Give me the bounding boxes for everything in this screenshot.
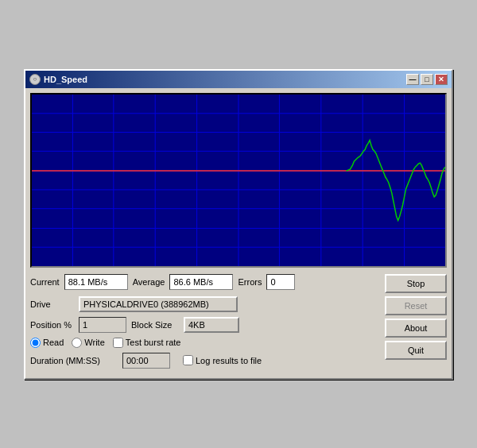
position-blocksize-row: Position % Block Size 4KB	[30, 317, 379, 333]
write-label: Write	[84, 338, 104, 347]
average-label: Average	[133, 277, 165, 287]
blocksize-label: Block Size	[131, 320, 179, 330]
drive-dropdown[interactable]: PHYSICALDRIVE0 (388962MB)	[79, 296, 238, 312]
read-radio-item: Read	[30, 338, 64, 348]
title-buttons: — □ ✕	[406, 74, 448, 85]
average-value	[169, 274, 233, 290]
quit-button[interactable]: Quit	[385, 341, 447, 360]
stats-row: Current Average Errors	[30, 274, 379, 290]
main-layout: Current Average Errors Drive PHYSICALDRI…	[30, 274, 447, 369]
maximize-button[interactable]: □	[421, 74, 433, 85]
errors-value	[266, 274, 295, 290]
stop-button[interactable]: Stop	[385, 274, 447, 293]
burst-checkbox[interactable]	[113, 338, 123, 348]
speed-graph	[32, 95, 445, 266]
right-buttons: Stop Reset About Quit	[385, 274, 447, 360]
drive-row: Drive PHYSICALDRIVE0 (388962MB)	[30, 296, 379, 312]
current-value	[64, 274, 128, 290]
write-radio[interactable]	[72, 338, 82, 348]
graph-container	[30, 93, 447, 268]
read-label: Read	[43, 338, 64, 347]
blocksize-dropdown[interactable]: 4KB	[184, 317, 239, 333]
duration-label: Duration (MM:SS)	[30, 356, 118, 365]
title-bar: ○ HD_Speed — □ ✕	[25, 71, 452, 88]
left-controls: Current Average Errors Drive PHYSICALDRI…	[30, 274, 379, 369]
duration-row: Duration (MM:SS) Log results to file	[30, 353, 379, 369]
log-label: Log results to file	[196, 356, 262, 365]
app-icon: ○	[29, 74, 41, 85]
window-title: HD_Speed	[44, 75, 87, 84]
burst-label: Test burst rate	[126, 338, 181, 347]
main-window: ○ HD_Speed — □ ✕	[24, 69, 453, 380]
readwrite-row: Read Write Test burst rate	[30, 338, 379, 348]
log-checkbox-item: Log results to file	[183, 355, 262, 365]
current-label: Current	[30, 277, 60, 287]
read-radio[interactable]	[30, 338, 41, 348]
blocksize-dropdown-wrapper: 4KB	[184, 317, 239, 333]
drive-label: Drive	[30, 299, 74, 309]
position-label: Position %	[30, 320, 74, 330]
write-radio-item: Write	[72, 338, 104, 348]
title-bar-left: ○ HD_Speed	[29, 74, 87, 85]
duration-input[interactable]	[122, 353, 170, 369]
about-button[interactable]: About	[385, 319, 447, 338]
reset-button[interactable]: Reset	[385, 296, 447, 315]
radio-group: Read Write Test burst rate	[30, 338, 180, 348]
minimize-button[interactable]: —	[406, 74, 419, 85]
errors-label: Errors	[238, 277, 262, 287]
log-checkbox[interactable]	[183, 355, 193, 365]
close-button[interactable]: ✕	[435, 74, 448, 85]
position-input[interactable]	[79, 317, 126, 333]
window-content: Current Average Errors Drive PHYSICALDRI…	[25, 88, 452, 378]
burst-checkbox-item: Test burst rate	[113, 338, 181, 348]
drive-dropdown-wrapper: PHYSICALDRIVE0 (388962MB)	[79, 296, 238, 312]
